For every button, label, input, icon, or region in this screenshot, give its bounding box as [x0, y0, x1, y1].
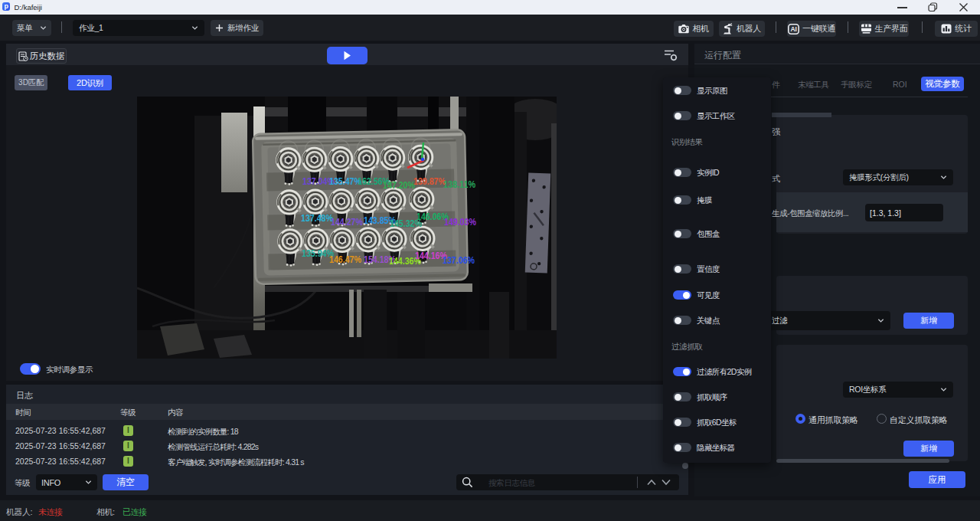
svg-text:139.87%: 139.87% — [413, 175, 446, 187]
svg-text:AI: AI — [791, 25, 797, 33]
svg-text:147.20%: 147.20% — [383, 179, 415, 191]
svg-text:138.11%: 138.11% — [443, 179, 475, 190]
svg-text:137.48%: 137.48% — [301, 212, 333, 224]
svg-text:149.03%: 149.03% — [444, 216, 476, 228]
svg-text:137.06%: 137.06% — [443, 254, 475, 266]
svg-text:146.47%: 146.47% — [329, 254, 361, 265]
svg-text:135.47%: 135.47% — [329, 175, 361, 187]
svg-text:144.27%: 144.27% — [331, 216, 363, 228]
